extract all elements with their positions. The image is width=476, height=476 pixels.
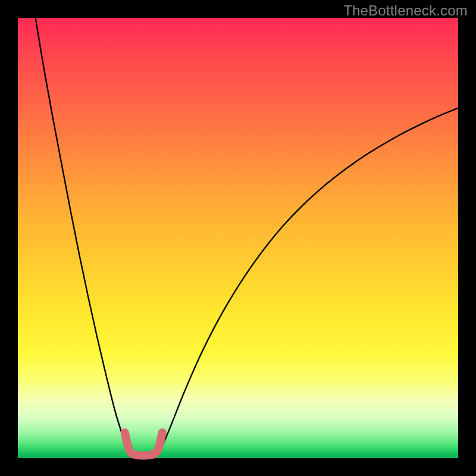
attribution-text: TheBottleneck.com <box>343 2 468 19</box>
plot-area <box>18 18 458 458</box>
valley-marker <box>125 433 162 455</box>
curve-left-branch <box>36 18 130 453</box>
curve-right-branch <box>158 108 458 453</box>
curve-layer <box>18 18 458 458</box>
chart-stage: TheBottleneck.com <box>0 0 476 476</box>
